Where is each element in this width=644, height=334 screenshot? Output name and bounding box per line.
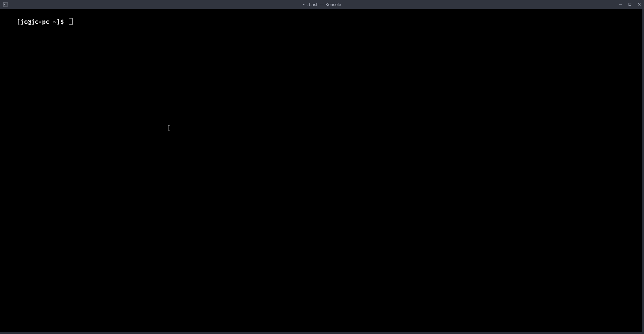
terminal-content: [jc@jc-pc ~]$: [0, 9, 642, 35]
titlebar[interactable]: ~ : bash — Konsole: [0, 0, 644, 9]
terminal-viewport[interactable]: [jc@jc-pc ~]$: [0, 9, 642, 332]
prompt-line: [jc@jc-pc ~]$: [16, 18, 73, 26]
window-controls: [616, 0, 644, 9]
window-border-bottom: [0, 332, 644, 334]
window-border-right: [642, 9, 644, 334]
window-title: ~ : bash — Konsole: [303, 2, 341, 7]
svg-line-4: [638, 3, 641, 6]
minimize-button[interactable]: [616, 0, 625, 9]
maximize-button[interactable]: [625, 0, 635, 9]
svg-rect-0: [4, 3, 7, 6]
close-button[interactable]: [635, 0, 644, 9]
svg-line-3: [638, 3, 641, 6]
konsole-icon: [3, 2, 8, 7]
svg-rect-2: [629, 3, 631, 6]
terminal-cursor-icon: [69, 18, 73, 25]
shell-prompt: [jc@jc-pc ~]$: [16, 18, 67, 26]
